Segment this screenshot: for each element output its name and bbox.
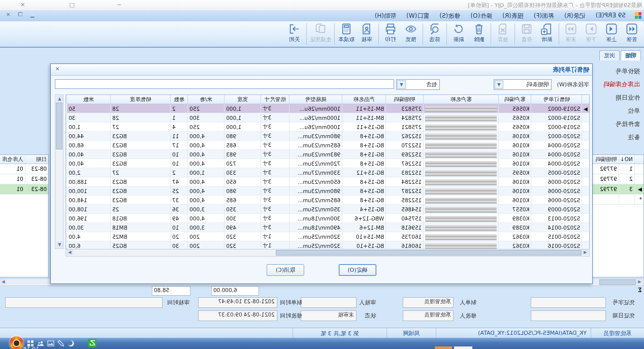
cell: 490 [224, 223, 261, 232]
dialog-close-icon[interactable]: ✕ [53, 66, 61, 73]
table-row[interactable]: 197792 [592, 164, 643, 174]
toolbar-button-关闭[interactable]: 关闭 [284, 22, 305, 43]
chevron-down-icon[interactable]: ▼ [495, 80, 503, 89]
sales-order-table[interactable]: 销售订单号客户编码客户名称明细编码产品名称规格型号纸管尺寸宽度米/卷卷数销售厚度… [67, 95, 589, 250]
table-row[interactable]: S2020-0015K0362160735BM-15+10320mm/25um.… [67, 232, 590, 241]
ok-button[interactable]: 确定(O) [339, 264, 376, 276]
menu-item-4[interactable]: 操作(O) [465, 10, 497, 21]
column-header-6[interactable]: 纸管尺寸 [261, 95, 289, 104]
column-header-9[interactable]: 卷数 [171, 95, 188, 104]
scrollbar-thumb[interactable] [599, 279, 636, 285]
table-row[interactable]: S2019-0002K0565275824BM-15+111000mm/26u.… [67, 113, 590, 122]
column-header-4[interactable]: 产品名称 [342, 95, 386, 104]
column-header-5[interactable]: 规格型号 [289, 95, 342, 104]
toolbar-button-取成本[interactable]: 取成本 [336, 22, 357, 43]
scroll-right-arrow-icon[interactable]: ▶ [0, 279, 7, 284]
toolbar-button-打印[interactable]: 打印 [380, 22, 401, 43]
operator-select[interactable]: 包含 ▼ [396, 79, 440, 90]
field-select-value: 明细条码 [527, 81, 549, 88]
dialog-buttons: 确定(O) 取消(C) [51, 264, 592, 277]
menu-item-3[interactable]: 报表(R) [497, 10, 529, 21]
table-row[interactable]: S2019-0002K0565275821BG-15+111000mm/26u.… [67, 122, 590, 132]
minimize-button[interactable]: ─ [113, 1, 126, 9]
cell: S2020-0006 [531, 186, 582, 196]
table-row[interactable]: S2020-0006K0106152287BG-15+8980mm/23um..… [67, 186, 590, 196]
row-selector-cell [582, 214, 589, 223]
table-row[interactable]: ▶397792 [592, 184, 643, 195]
toolbar-button-首张[interactable]: 首张 [622, 22, 642, 43]
filter-text-input[interactable] [55, 79, 394, 89]
tray-flower-logo-icon[interactable] [10, 336, 23, 349]
toolbar-button-审核[interactable]: 审核 [357, 22, 377, 43]
scrollbar-thumb[interactable] [276, 250, 582, 256]
customer-name-redacted [425, 216, 497, 222]
dialog-titlebar[interactable]: 销售订单列表 ✕ [51, 64, 592, 76]
scrollbar-thumb[interactable] [56, 103, 62, 149]
field-select[interactable]: 明细条码 ▼ [494, 79, 552, 90]
toolbar-button-刷新[interactable]: 刷新 [448, 22, 469, 43]
table-row[interactable]: 08-2301 [0, 174, 48, 184]
toolbar-button-预览[interactable]: 预览 [401, 22, 421, 43]
cell: 300 [224, 214, 261, 223]
table-row[interactable]: 08-2301 [0, 164, 48, 174]
hidden-window-sliver [454, 346, 472, 349]
quotation-grid-right[interactable]: 日期入库仓库08-230108-230108-2301 [0, 154, 49, 277]
table-row[interactable]: * [592, 195, 643, 205]
menu-item-2[interactable]: 界面(F) [529, 10, 559, 21]
column-header-11[interactable]: 米数 [67, 95, 111, 104]
toolbar-button-新增[interactable]: 新增 [537, 22, 557, 43]
cell: 28 [111, 104, 171, 113]
table-row[interactable]: ▶S2019-0002K0565275823BM-15+111000mm/26u… [67, 104, 590, 113]
table-row[interactable]: S2020-0014K0389159618BM-12+6490mm/18um..… [67, 223, 590, 232]
column-header-2[interactable]: 客户名称 [424, 95, 499, 104]
ime-green-icon[interactable]: 乙 [88, 339, 96, 347]
column-header-8[interactable]: 米/卷 [188, 95, 224, 104]
column-header-7[interactable]: 宽度 [224, 95, 261, 104]
scroll-right-arrow-icon[interactable]: ▶ [67, 249, 73, 255]
table-row[interactable]: S2020-0006K0106152284BG-15+8650mm/23um..… [67, 177, 590, 186]
menu-item-0[interactable]: S9 ERP(E) [591, 10, 631, 21]
close-button[interactable]: ✕ [16, 1, 29, 9]
table-row[interactable]: S2020-0004K0106152267BG-15+8720mm/23um..… [67, 159, 590, 168]
column-header-0[interactable]: 销售订单号 [531, 95, 582, 104]
scroll-left-arrow-icon[interactable]: ◀ [582, 249, 589, 255]
voucher-no-field[interactable] [531, 297, 606, 308]
form-label-5: 备注 [591, 133, 640, 146]
table-row[interactable]: S2020-0002K0106152262BG-15+8980mm/23um..… [67, 132, 590, 141]
table-row[interactable]: S2020-0013K0389157540WBG-12+6300mm/18um.… [67, 214, 590, 223]
mdi-window-controls[interactable]: ▁ ❐ ✕ [3, 12, 34, 17]
toolbar-button-筛选[interactable]: 筛选 [425, 22, 445, 43]
mirrored-viewport: 顺景S9智能ERP管理平台 - 广东顺景软件科技有限公司_QJY - [报价单]… [0, 0, 644, 349]
menu-item-5[interactable]: 修改(S) [434, 10, 465, 21]
column-header-3[interactable]: 明细编码 [386, 95, 424, 104]
scroll-up-arrow-icon[interactable]: ▲ [56, 96, 63, 102]
menu-item-6[interactable]: 窗口(W) [401, 10, 434, 21]
pen-icon[interactable] [57, 339, 65, 347]
dialog-vscrollbar[interactable]: ▲ ▼ [55, 94, 63, 249]
table-row[interactable]: S2020-0004K0106152269BG-15+8983mm/23um..… [67, 150, 590, 159]
chevron-down-icon[interactable]: ▼ [397, 80, 406, 89]
cancel-button[interactable]: 取消(C) [267, 264, 304, 276]
dialog-hscrollbar[interactable]: ◀ ▶ [66, 249, 590, 257]
maximize-button[interactable]: □ [66, 1, 79, 9]
toolbar-button-删除[interactable]: 删除 [469, 22, 489, 43]
quotation-grid-left[interactable]: NO↓明细编码197792297792▶397792* [592, 154, 644, 277]
tab-detail[interactable]: 明细 [621, 50, 641, 60]
scroll-down-arrow-icon[interactable]: ▼ [56, 241, 63, 248]
image-icon[interactable] [47, 339, 55, 347]
column-header-10[interactable]: 销售厚度 [111, 95, 171, 104]
table-row[interactable]: 08-2301 [0, 184, 48, 195]
table-row[interactable]: S2020-0009K0557154865BG-15+4350mm/25um..… [67, 205, 590, 214]
table-row[interactable]: S2020-0005K0595152283BG-15+12330mm/27um.… [67, 168, 590, 177]
voucher-date-field[interactable] [531, 310, 606, 321]
tab-browse[interactable]: 浏览 [599, 50, 620, 60]
table-row[interactable]: S2020-0004K0106152270BG-15+8685mm/23um..… [67, 141, 590, 150]
toolbar-button-上张[interactable]: 上张 [601, 22, 622, 43]
table-row[interactable]: 297792 [592, 174, 643, 184]
moon-icon[interactable] [67, 339, 75, 347]
table-row[interactable]: S2020-0006K0106152285BG-15+8685mm/23um..… [67, 196, 590, 205]
column-header-1[interactable]: 客户编码 [499, 95, 531, 104]
menu-item-1[interactable]: 记录(R) [559, 10, 591, 21]
menu-item-7[interactable]: 帮助(H) [370, 10, 401, 21]
scroll-left-arrow-icon[interactable]: ◀ [636, 279, 643, 284]
